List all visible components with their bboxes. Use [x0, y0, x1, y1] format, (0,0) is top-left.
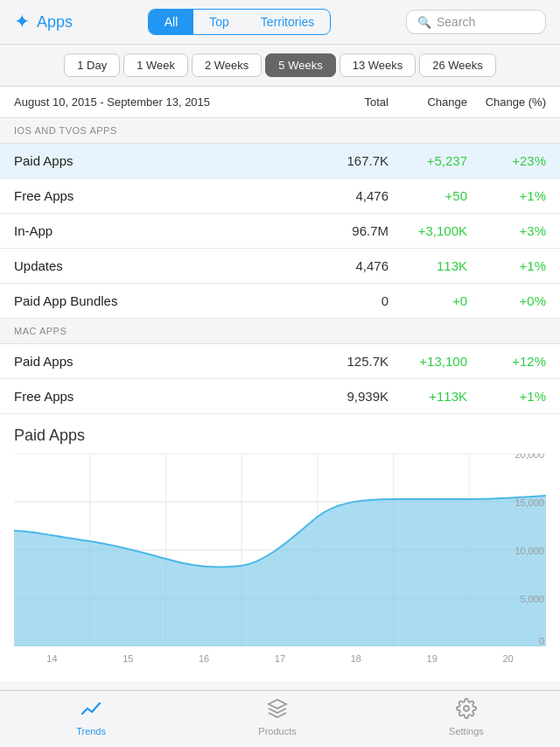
col-changepct: Change (%) — [467, 95, 546, 109]
row-changepct: +1% — [467, 258, 546, 273]
x-axis-label: 16 — [166, 653, 242, 664]
row-change: +3,100K — [388, 223, 467, 238]
x-axis-label: 18 — [318, 653, 394, 664]
col-change: Change — [388, 95, 467, 109]
tab-all[interactable]: All — [149, 10, 194, 34]
row-total: 96.7M — [310, 223, 388, 238]
svg-text:15,000: 15,000 — [514, 497, 544, 508]
row-label: Free Apps — [14, 389, 310, 404]
row-changepct: +12% — [467, 354, 546, 369]
table-row: Paid Apps125.7K+13,100+12% — [0, 344, 560, 379]
nav-item-products[interactable]: Products — [258, 698, 296, 736]
table-row: Updates4,476113K+1% — [0, 249, 560, 284]
table-row: Paid App Bundles0+0+0% — [0, 284, 560, 319]
x-axis-label: 15 — [90, 653, 166, 664]
row-changepct: +0% — [467, 293, 546, 308]
svg-text:20,000: 20,000 — [514, 454, 544, 460]
header-left: ✦ Apps — [14, 11, 73, 33]
time-filter-bar: 1 Day1 Week2 Weeks5 Weeks13 Weeks26 Week… — [0, 45, 560, 87]
row-total: 9,939K — [310, 389, 388, 404]
bottom-nav: Trends Products Settings — [0, 690, 560, 747]
x-axis: 14151617181920 — [14, 650, 546, 671]
column-headers: Total Change Change (%) — [310, 95, 546, 109]
table-row: Free Apps4,476+50+1% — [0, 179, 560, 214]
tab-top[interactable]: Top — [193, 10, 245, 34]
row-change: +0 — [388, 293, 467, 308]
app-title: Apps — [37, 13, 73, 32]
row-total: 4,476 — [310, 258, 388, 273]
row-changepct: +23% — [467, 153, 546, 168]
nav-label-settings: Settings — [449, 726, 484, 736]
table-row: Paid Apps167.7K+5,237+23% — [0, 144, 560, 179]
time-btn-1-day[interactable]: 1 Day — [64, 53, 120, 77]
row-change: +13,100 — [388, 354, 467, 369]
row-total: 0 — [310, 293, 388, 308]
time-btn-5-weeks[interactable]: 5 Weeks — [265, 53, 335, 77]
header: ✦ Apps All Top Territories 🔍 Search — [0, 0, 560, 45]
app-logo-icon: ✦ — [14, 11, 30, 33]
mac-section-header: MAC APPS — [0, 319, 560, 344]
svg-text:0: 0 — [539, 636, 544, 646]
svg-text:10,000: 10,000 — [514, 546, 544, 556]
row-changepct: +3% — [467, 223, 546, 238]
time-btn-13-weeks[interactable]: 13 Weeks — [340, 53, 416, 77]
search-input[interactable]: Search — [437, 15, 475, 29]
tab-territories[interactable]: Territories — [245, 10, 330, 34]
date-range-row: August 10, 2015 - September 13, 2015 Tot… — [0, 87, 560, 118]
x-axis-label: 17 — [242, 653, 318, 664]
trends-icon — [80, 698, 102, 724]
ios-rows: Paid Apps167.7K+5,237+23%Free Apps4,476+… — [0, 144, 560, 319]
search-icon: 🔍 — [417, 16, 431, 29]
row-change: +113K — [388, 389, 467, 404]
search-box[interactable]: 🔍 Search — [406, 10, 546, 34]
x-axis-label: 19 — [394, 653, 470, 664]
row-total: 125.7K — [310, 354, 388, 369]
ios-section-header: IOS AND tvOS APPS — [0, 118, 560, 144]
header-tabs: All Top Territories — [148, 9, 332, 35]
date-range-text: August 10, 2015 - September 13, 2015 — [14, 95, 210, 109]
chart-area: 20,000 15,000 10,000 5,000 0 14151617181… — [14, 454, 546, 681]
row-label: Paid Apps — [14, 153, 310, 168]
settings-icon — [456, 698, 477, 724]
time-btn-26-weeks[interactable]: 26 Weeks — [419, 53, 496, 77]
time-btn-2-weeks[interactable]: 2 Weeks — [192, 53, 262, 77]
x-axis-label: 20 — [470, 653, 546, 664]
svg-text:5,000: 5,000 — [521, 594, 544, 604]
chart-title: Paid Apps — [14, 426, 546, 445]
row-label: Paid App Bundles — [14, 293, 310, 308]
nav-item-settings[interactable]: Settings — [449, 698, 484, 736]
svg-point-16 — [464, 706, 469, 711]
row-label: Free Apps — [14, 188, 310, 203]
col-total: Total — [310, 95, 388, 109]
row-changepct: +1% — [467, 389, 546, 404]
table-row: In-App96.7M+3,100K+3% — [0, 214, 560, 249]
chart-svg: 20,000 15,000 10,000 5,000 0 — [14, 454, 546, 646]
row-change: +50 — [388, 188, 467, 203]
mac-rows: Paid Apps125.7K+13,100+12%Free Apps9,939… — [0, 344, 560, 414]
row-total: 4,476 — [310, 188, 388, 203]
row-label: In-App — [14, 223, 310, 238]
row-label: Paid Apps — [14, 354, 310, 369]
row-change: 113K — [388, 258, 467, 273]
products-icon — [267, 698, 288, 724]
table-row: Free Apps9,939K+113K+1% — [0, 379, 560, 414]
row-label: Updates — [14, 258, 310, 273]
x-axis-label: 14 — [14, 653, 90, 664]
chart-section: Paid Apps 20,000 15 — [0, 414, 560, 681]
nav-item-trends[interactable]: Trends — [76, 698, 106, 736]
nav-label-products: Products — [258, 726, 296, 736]
nav-label-trends: Trends — [76, 726, 106, 736]
time-btn-1-week[interactable]: 1 Week — [123, 53, 188, 77]
row-change: +5,237 — [388, 153, 467, 168]
row-changepct: +1% — [467, 188, 546, 203]
row-total: 167.7K — [310, 153, 388, 168]
